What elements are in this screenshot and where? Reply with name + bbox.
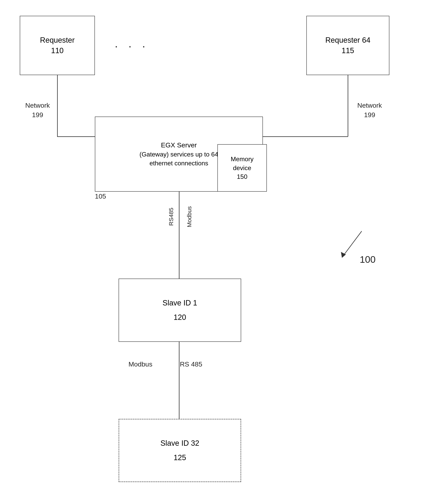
network-left-label: Network 199	[20, 101, 55, 119]
egx-label-line1: EGX Server	[161, 140, 197, 150]
diagram-container: Requester 110 . . . Requester 64 115 Net…	[0, 0, 437, 504]
line-req115-to-egx	[348, 75, 348, 136]
line-right-to-egx	[263, 136, 348, 137]
line-slave1-to-slave32	[179, 342, 179, 419]
memory-device-box: Memory device 150	[218, 144, 267, 192]
memory-label-line2: device	[233, 164, 251, 173]
diagram-arrow	[332, 227, 372, 263]
requester-110-id: 110	[51, 45, 63, 56]
requester-110-label: Requester	[40, 35, 75, 45]
requester-115-label: Requester 64	[325, 35, 370, 45]
rs485-label-top: RS485	[168, 208, 175, 226]
modbus-label-top: Modbus	[186, 206, 193, 227]
modbus-rs485-label: Modbus	[129, 359, 152, 369]
dots-separator: . . .	[115, 37, 149, 50]
line-req110-to-egx	[57, 75, 58, 136]
requester-115-box: Requester 64 115	[306, 16, 389, 75]
requester-115-id: 115	[342, 45, 354, 56]
slave-id32-label: Slave ID 32	[160, 438, 199, 448]
slave-id1-label: Slave ID 1	[162, 298, 197, 308]
slave-id32-id: 125	[174, 452, 186, 463]
rs485-label-bottom: RS 485	[180, 359, 202, 369]
slave-id1-box: Slave ID 1 120	[119, 279, 241, 342]
requester-110-box: Requester 110	[20, 16, 95, 75]
slave-id1-id: 120	[174, 312, 186, 323]
egx-id-label: 105	[95, 192, 106, 201]
slave-id32-box: Slave ID 32 125	[119, 419, 241, 482]
svg-line-0	[344, 231, 362, 255]
memory-label-line3: 150	[237, 172, 247, 181]
egx-label-line2: (Gateway) services up to 64	[139, 150, 218, 159]
line-left-to-egx	[57, 136, 95, 137]
network-right-label: Network 199	[352, 101, 387, 119]
line-egx-to-slave1	[179, 192, 179, 279]
egx-label-line3: ethernet connections	[149, 159, 208, 168]
memory-label-line1: Memory	[231, 155, 254, 164]
